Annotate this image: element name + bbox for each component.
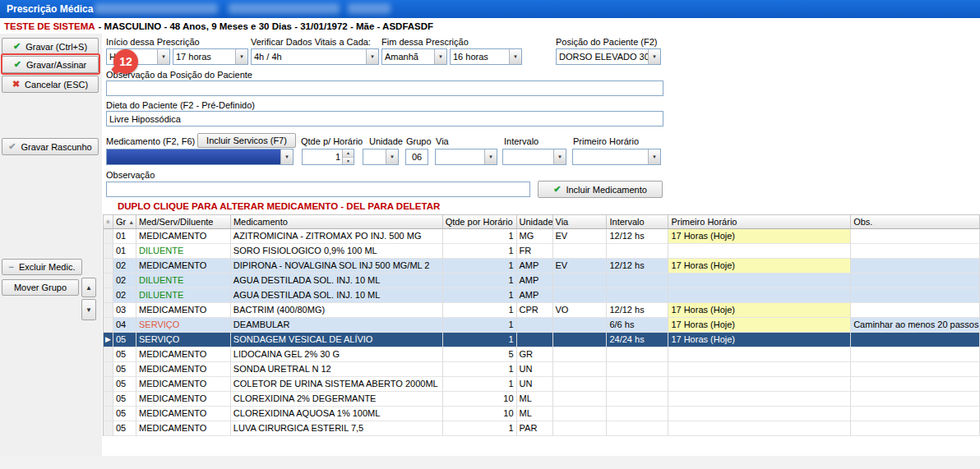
primeiro-horario-select[interactable]: ▼ (572, 149, 661, 165)
chevron-down-icon[interactable]: ▼ (366, 49, 378, 64)
table-row[interactable]: 05MEDICAMENTOCOLETOR DE URINA SISTEMA AB… (104, 377, 980, 392)
move-group-down-button[interactable]: ▼ (81, 299, 96, 320)
cell-via (553, 244, 608, 259)
medicamento-select[interactable]: ▼ (106, 149, 294, 165)
cell-qtde: 10 (443, 392, 517, 407)
incluir-medicamento-button[interactable]: ✔ Incluir Medicamento (538, 181, 663, 198)
delete-med-button[interactable]: − Excluir Medic. (2, 259, 82, 275)
cell-hor (668, 421, 851, 436)
unidade-select[interactable]: ▼ (363, 149, 399, 165)
spin-up-icon[interactable]: ▲ (343, 149, 354, 158)
cell-qtde: 1 (443, 244, 517, 259)
cell-un: AMP (517, 288, 553, 303)
table-row[interactable]: 05MEDICAMENTOLUVA CIRURGICA ESTERIL 7,51… (104, 421, 980, 436)
grupo-input[interactable] (405, 149, 428, 165)
dieta-input[interactable] (106, 111, 663, 126)
obs-posicao-input[interactable] (106, 80, 663, 96)
medication-table: ✳ Gr ▲ Med/Serv/Diluente Medicamento Qtd… (103, 214, 980, 436)
col-header-qtde[interactable]: Qtde por Horário (443, 214, 517, 229)
cell-int: 12/12 hs (607, 229, 668, 244)
cell-med: BACTRIM (400/80MG) (231, 303, 443, 318)
move-group-up-button[interactable]: ▲ (81, 278, 96, 297)
col-header-via[interactable]: Via (553, 214, 608, 229)
chevron-down-icon[interactable]: ▼ (509, 49, 521, 64)
chevron-down-icon[interactable]: ▼ (434, 49, 446, 64)
cell-hor (668, 362, 851, 377)
chevron-down-icon[interactable]: ▼ (280, 149, 293, 164)
save-draft-button[interactable]: ✔ Gravar Rascunho (2, 138, 99, 155)
cell-int (607, 377, 668, 392)
cancel-button[interactable]: ✖ Cancelar (ESC) (2, 76, 99, 93)
col-header-intervalo[interactable]: Intervalo (607, 214, 668, 229)
cell-med: AGUA DESTILADA SOL. INJ. 10 ML (231, 288, 443, 303)
col-header-medicamento[interactable]: Medicamento (231, 214, 443, 229)
chevron-down-icon[interactable]: ▼ (553, 149, 566, 164)
spin-down-icon[interactable]: ▼ (343, 158, 354, 165)
col-header-tipo[interactable]: Med/Serv/Diluente (136, 214, 231, 229)
vitais-select[interactable]: 4h / 4h ▼ (251, 48, 379, 65)
qtde-input[interactable] (303, 149, 342, 164)
table-row[interactable]: 05MEDICAMENTOCLOREXIDINA AQUOSA 1% 100ML… (104, 407, 980, 421)
table-row[interactable]: 05MEDICAMENTOSONDA URETRAL N 121UN (104, 362, 980, 377)
double-click-warning: DUPLO CLIQUE PARA ALTERAR MEDICAMENTO - … (118, 201, 440, 211)
col-header-tipo-label: Med/Serv/Diluente (139, 217, 214, 227)
dieta-label: Dieta do Paciente (F2 - Pré-Definido) (106, 100, 255, 110)
cell-int (607, 392, 668, 407)
chevron-down-icon[interactable]: ▼ (648, 149, 660, 164)
cell-obs (851, 421, 980, 436)
col-header-intervalo-label: Intervalo (609, 217, 644, 227)
row-indicator-cell (104, 392, 113, 407)
cell-gr: 05 (113, 407, 136, 421)
move-group-button[interactable]: Mover Grupo (2, 279, 79, 296)
fim-time-select[interactable]: 16 horas ▼ (450, 48, 522, 65)
cell-tipo: MEDICAMENTO (136, 392, 231, 407)
table-row[interactable]: 02DILUENTEAGUA DESTILADA SOL. INJ. 10 ML… (104, 274, 980, 288)
table-row[interactable]: 05MEDICAMENTOLIDOCAINA GEL 2% 30 G5GR (104, 347, 980, 362)
cell-hor (668, 392, 851, 407)
save-sign-button-label: Gravar/Assinar (26, 60, 86, 70)
table-row[interactable]: 04SERVIÇODEAMBULAR16/6 hs17 Horas (Hoje)… (104, 318, 980, 333)
footer-strip (0, 456, 980, 469)
via-select[interactable]: ▼ (435, 149, 497, 165)
chevron-down-icon[interactable]: ▼ (484, 149, 497, 164)
cell-qtde: 10 (443, 407, 517, 421)
cell-int (607, 347, 668, 362)
chevron-down-icon[interactable]: ▼ (386, 149, 398, 164)
inicio-time-select[interactable]: 17 horas ▼ (173, 48, 248, 65)
fim-day-value: Amanhã (382, 49, 434, 64)
medicamento-value (107, 149, 280, 164)
qtde-spin-buttons[interactable]: ▲ ▼ (342, 149, 354, 164)
grupo-label: Grupo (406, 136, 432, 146)
chevron-down-icon[interactable]: ▼ (648, 49, 660, 64)
col-header-primeiro-horario[interactable]: Primeiro Horário (668, 214, 851, 229)
incluir-servicos-button[interactable]: Incluir Servicos (F7) (197, 133, 296, 148)
table-row[interactable]: 02DILUENTEAGUA DESTILADA SOL. INJ. 10 ML… (104, 288, 980, 303)
qtde-stepper[interactable]: ▲ ▼ (302, 149, 354, 165)
table-row[interactable]: 03MEDICAMENTOBACTRIM (400/80MG)1CPRVO12/… (104, 303, 980, 318)
table-row[interactable]: 01DILUENTESORO FISIOLOGICO 0,9% 100 ML1F… (104, 244, 980, 259)
table-row[interactable]: 05MEDICAMENTOCLOREXIDINA 2% DEGERMANTE10… (104, 392, 980, 407)
col-header-unidade[interactable]: Unidade (517, 214, 553, 229)
col-header-obs[interactable]: Obs. (851, 214, 980, 229)
table-row[interactable]: 02MEDICAMENTODIPIRONA - NOVALGINA SOL IN… (104, 259, 980, 274)
chevron-down-icon[interactable]: ▼ (157, 49, 169, 64)
cell-obs (851, 377, 980, 392)
table-row[interactable]: 01MEDICAMENTOAZITROMICINA - ZITROMAX PO … (104, 229, 980, 244)
cell-int (607, 274, 668, 288)
table-row[interactable]: ▶05SERVIÇOSONDAGEM VESICAL DE ALÍVIO124/… (104, 333, 980, 347)
row-indicator-cell (104, 362, 113, 377)
cell-via (553, 318, 608, 333)
fim-day-select[interactable]: Amanhã ▼ (381, 48, 447, 65)
save-sign-button[interactable]: ✔ Gravar/Assinar (2, 56, 99, 73)
cell-int: 6/6 hs (607, 318, 668, 333)
intervalo-select[interactable]: ▼ (502, 149, 566, 165)
col-header-gr[interactable]: Gr ▲ (113, 214, 136, 229)
cell-int: 12/12 hs (607, 259, 668, 274)
inicio-label: Início dessa Prescrição (106, 37, 200, 47)
save-button[interactable]: ✔ Gravar (Ctrl+S) (2, 38, 99, 55)
observacao-input[interactable] (106, 182, 530, 197)
posicao-select[interactable]: DORSO ELEVADO 30 G ▼ (556, 48, 661, 65)
col-header-obs-label: Obs. (853, 217, 872, 227)
chevron-down-icon[interactable]: ▼ (235, 49, 247, 64)
primeiro-horario-value (573, 149, 648, 164)
